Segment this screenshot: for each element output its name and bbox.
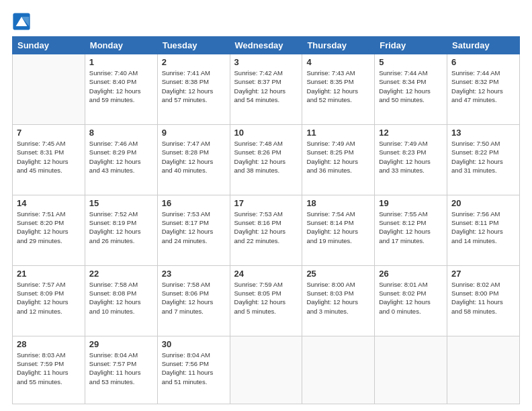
calendar-cell: 30Sunrise: 8:04 AM Sunset: 7:56 PM Dayli… (157, 336, 230, 404)
day-number: 5 (379, 57, 443, 67)
calendar-cell: 29Sunrise: 8:04 AM Sunset: 7:57 PM Dayli… (85, 336, 157, 404)
day-info: Sunrise: 7:48 AM Sunset: 8:26 PM Dayligh… (234, 139, 298, 175)
calendar-cell: 10Sunrise: 7:48 AM Sunset: 8:26 PM Dayli… (230, 124, 302, 195)
calendar-cell: 7Sunrise: 7:45 AM Sunset: 8:31 PM Daylig… (13, 124, 85, 195)
day-number: 6 (451, 57, 515, 67)
calendar-table: SundayMondayTuesdayWednesdayThursdayFrid… (12, 36, 520, 404)
col-header-sunday: Sunday (13, 37, 85, 54)
calendar-cell: 3Sunrise: 7:42 AM Sunset: 8:37 PM Daylig… (230, 54, 302, 125)
calendar-cell: 28Sunrise: 8:03 AM Sunset: 7:59 PM Dayli… (13, 336, 85, 404)
day-number: 4 (306, 57, 370, 67)
day-number: 1 (89, 57, 153, 67)
day-info: Sunrise: 7:47 AM Sunset: 8:28 PM Dayligh… (162, 139, 226, 175)
calendar-week-3: 14Sunrise: 7:51 AM Sunset: 8:20 PM Dayli… (13, 195, 520, 265)
calendar-cell (447, 336, 520, 404)
day-number: 12 (379, 128, 443, 138)
calendar-cell: 4Sunrise: 7:43 AM Sunset: 8:35 PM Daylig… (302, 54, 375, 125)
calendar-cell: 17Sunrise: 7:53 AM Sunset: 8:16 PM Dayli… (230, 195, 302, 265)
col-header-saturday: Saturday (447, 37, 520, 54)
day-number: 13 (451, 128, 515, 138)
day-number: 27 (451, 269, 515, 279)
calendar-cell: 20Sunrise: 7:56 AM Sunset: 8:11 PM Dayli… (447, 195, 520, 265)
col-header-thursday: Thursday (302, 37, 375, 54)
calendar-cell (302, 336, 375, 404)
day-info: Sunrise: 7:56 AM Sunset: 8:11 PM Dayligh… (451, 210, 515, 245)
day-info: Sunrise: 7:58 AM Sunset: 8:06 PM Dayligh… (162, 280, 226, 316)
day-number: 17 (234, 198, 298, 208)
calendar-cell: 8Sunrise: 7:46 AM Sunset: 8:29 PM Daylig… (85, 124, 157, 195)
day-info: Sunrise: 7:40 AM Sunset: 8:40 PM Dayligh… (89, 68, 153, 104)
day-info: Sunrise: 7:55 AM Sunset: 8:12 PM Dayligh… (379, 210, 443, 245)
day-info: Sunrise: 7:53 AM Sunset: 8:17 PM Dayligh… (162, 210, 226, 245)
day-number: 11 (306, 128, 370, 138)
calendar-cell: 27Sunrise: 8:02 AM Sunset: 8:00 PM Dayli… (447, 265, 520, 336)
calendar-cell (375, 336, 447, 404)
day-number: 19 (379, 198, 443, 208)
day-number: 22 (89, 269, 153, 279)
day-info: Sunrise: 7:53 AM Sunset: 8:16 PM Dayligh… (234, 210, 298, 245)
calendar-cell: 23Sunrise: 7:58 AM Sunset: 8:06 PM Dayli… (157, 265, 230, 336)
calendar-cell (13, 54, 85, 125)
calendar-cell: 1Sunrise: 7:40 AM Sunset: 8:40 PM Daylig… (85, 54, 157, 125)
day-info: Sunrise: 7:43 AM Sunset: 8:35 PM Dayligh… (306, 68, 370, 104)
logo (12, 12, 32, 31)
calendar-cell: 15Sunrise: 7:52 AM Sunset: 8:19 PM Dayli… (85, 195, 157, 265)
day-number: 23 (162, 269, 226, 279)
day-number: 2 (162, 57, 226, 67)
day-info: Sunrise: 8:01 AM Sunset: 8:02 PM Dayligh… (379, 280, 443, 316)
day-info: Sunrise: 8:02 AM Sunset: 8:00 PM Dayligh… (451, 280, 515, 316)
calendar-cell: 11Sunrise: 7:49 AM Sunset: 8:25 PM Dayli… (302, 124, 375, 195)
calendar-cell: 21Sunrise: 7:57 AM Sunset: 8:09 PM Dayli… (13, 265, 85, 336)
day-info: Sunrise: 7:42 AM Sunset: 8:37 PM Dayligh… (234, 68, 298, 104)
day-info: Sunrise: 7:44 AM Sunset: 8:34 PM Dayligh… (379, 68, 443, 104)
calendar-cell: 22Sunrise: 7:58 AM Sunset: 8:08 PM Dayli… (85, 265, 157, 336)
page: SundayMondayTuesdayWednesdayThursdayFrid… (0, 0, 532, 411)
day-number: 15 (89, 198, 153, 208)
day-info: Sunrise: 7:44 AM Sunset: 8:32 PM Dayligh… (451, 68, 515, 104)
calendar-cell: 25Sunrise: 8:00 AM Sunset: 8:03 PM Dayli… (302, 265, 375, 336)
calendar-cell (230, 336, 302, 404)
calendar-cell: 2Sunrise: 7:41 AM Sunset: 8:38 PM Daylig… (157, 54, 230, 125)
day-number: 21 (17, 269, 81, 279)
header (12, 12, 520, 31)
calendar-cell: 13Sunrise: 7:50 AM Sunset: 8:22 PM Dayli… (447, 124, 520, 195)
day-number: 20 (451, 198, 515, 208)
calendar-cell: 24Sunrise: 7:59 AM Sunset: 8:05 PM Dayli… (230, 265, 302, 336)
day-info: Sunrise: 7:58 AM Sunset: 8:08 PM Dayligh… (89, 280, 153, 316)
day-info: Sunrise: 7:52 AM Sunset: 8:19 PM Dayligh… (89, 210, 153, 245)
day-info: Sunrise: 7:54 AM Sunset: 8:14 PM Dayligh… (306, 210, 370, 245)
calendar-cell: 26Sunrise: 8:01 AM Sunset: 8:02 PM Dayli… (375, 265, 447, 336)
calendar-header-row: SundayMondayTuesdayWednesdayThursdayFrid… (13, 37, 520, 54)
calendar-cell: 6Sunrise: 7:44 AM Sunset: 8:32 PM Daylig… (447, 54, 520, 125)
day-info: Sunrise: 7:49 AM Sunset: 8:25 PM Dayligh… (306, 139, 370, 175)
day-number: 10 (234, 128, 298, 138)
day-info: Sunrise: 7:50 AM Sunset: 8:22 PM Dayligh… (451, 139, 515, 175)
day-info: Sunrise: 7:59 AM Sunset: 8:05 PM Dayligh… (234, 280, 298, 316)
calendar-week-5: 28Sunrise: 8:03 AM Sunset: 7:59 PM Dayli… (13, 336, 520, 404)
day-number: 28 (17, 339, 81, 349)
day-info: Sunrise: 8:00 AM Sunset: 8:03 PM Dayligh… (306, 280, 370, 316)
day-info: Sunrise: 8:03 AM Sunset: 7:59 PM Dayligh… (17, 351, 81, 386)
calendar-week-1: 1Sunrise: 7:40 AM Sunset: 8:40 PM Daylig… (13, 54, 520, 125)
day-number: 18 (306, 198, 370, 208)
calendar-cell: 14Sunrise: 7:51 AM Sunset: 8:20 PM Dayli… (13, 195, 85, 265)
calendar-cell: 5Sunrise: 7:44 AM Sunset: 8:34 PM Daylig… (375, 54, 447, 125)
day-number: 16 (162, 198, 226, 208)
col-header-tuesday: Tuesday (157, 37, 230, 54)
calendar-cell: 18Sunrise: 7:54 AM Sunset: 8:14 PM Dayli… (302, 195, 375, 265)
logo-icon (12, 12, 31, 31)
day-info: Sunrise: 7:45 AM Sunset: 8:31 PM Dayligh… (17, 139, 81, 175)
day-number: 30 (162, 339, 226, 349)
day-info: Sunrise: 8:04 AM Sunset: 7:56 PM Dayligh… (162, 351, 226, 386)
day-number: 7 (17, 128, 81, 138)
day-number: 8 (89, 128, 153, 138)
calendar-week-2: 7Sunrise: 7:45 AM Sunset: 8:31 PM Daylig… (13, 124, 520, 195)
col-header-wednesday: Wednesday (230, 37, 302, 54)
day-info: Sunrise: 8:04 AM Sunset: 7:57 PM Dayligh… (89, 351, 153, 386)
day-number: 14 (17, 198, 81, 208)
day-number: 3 (234, 57, 298, 67)
day-number: 29 (89, 339, 153, 349)
day-info: Sunrise: 7:57 AM Sunset: 8:09 PM Dayligh… (17, 280, 81, 316)
calendar-cell: 9Sunrise: 7:47 AM Sunset: 8:28 PM Daylig… (157, 124, 230, 195)
day-info: Sunrise: 7:49 AM Sunset: 8:23 PM Dayligh… (379, 139, 443, 175)
